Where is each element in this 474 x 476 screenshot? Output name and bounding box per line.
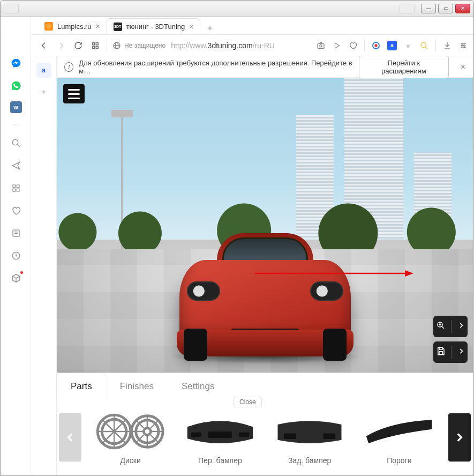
security-label: Не защищено [124, 42, 165, 49]
tab-strip: Lumpics.ru × 3DT тюнинг - 3DTuning × ＋ [1, 17, 473, 35]
window-maximize-button[interactable]: ▭ [438, 4, 453, 13]
carousel-prev-button[interactable] [59, 413, 81, 462]
divider [451, 320, 452, 333]
address-bar: Не защищено http://www.3dtuning.com/ru-R… [1, 35, 473, 56]
bottom-panel: Parts Finishes Settings Close [57, 373, 473, 475]
window-close-button[interactable]: ✕ [455, 4, 470, 13]
viewport-menu-button[interactable] [63, 84, 85, 103]
extension-icon[interactable]: ● [403, 41, 413, 50]
search-icon[interactable] [9, 136, 23, 150]
sidebar-separator: ⋯ [13, 122, 19, 128]
titlebar-ghost [4, 4, 19, 13]
chevron-right-icon[interactable] [457, 347, 465, 357]
tab-close-icon[interactable]: × [96, 22, 100, 31]
speed-dial-icon[interactable] [9, 181, 23, 195]
notice-text: Для обновления расширений требуются допо… [79, 59, 353, 75]
svg-point-28 [464, 44, 465, 46]
extension-notice-bar: i Для обновления расширений требуются до… [57, 56, 473, 78]
svg-rect-2 [13, 185, 16, 188]
extensions-cube-icon[interactable] [9, 271, 23, 285]
svg-rect-4 [13, 189, 16, 191]
translate-icon[interactable]: a [387, 41, 397, 50]
car-wheel [323, 329, 347, 361]
bottom-tabs: Parts Finishes Settings Close [57, 373, 473, 400]
save-control[interactable] [433, 341, 468, 363]
whatsapp-icon[interactable] [9, 79, 23, 93]
svg-line-23 [425, 47, 427, 49]
url-prefix: http://www. [171, 41, 207, 50]
favicon-icon [44, 22, 53, 31]
svg-point-27 [462, 43, 463, 44]
zoom-control[interactable] [433, 316, 468, 337]
part-label: Пер. бампер [198, 456, 242, 465]
svg-point-22 [421, 42, 426, 47]
easy-setup-icon[interactable] [458, 41, 468, 50]
send-icon[interactable] [9, 159, 23, 173]
chevron-right-icon[interactable] [457, 322, 465, 331]
titlebar-ghost [400, 4, 415, 13]
play-icon[interactable] [332, 41, 342, 50]
forward-button[interactable] [55, 40, 67, 51]
go-to-extensions-button[interactable]: Перейти к расширениям [359, 56, 449, 78]
window-minimize-button[interactable]: — [421, 4, 436, 13]
notice-close-icon[interactable]: × [461, 62, 465, 72]
browser-tab-active[interactable]: 3DT тюнинг - 3DTuning × [107, 18, 201, 34]
camera-icon[interactable] [316, 41, 326, 50]
part-thumbnail [93, 410, 168, 453]
part-thumbnail [183, 410, 258, 453]
svg-rect-11 [96, 42, 98, 44]
part-item-front-bumper[interactable]: Пер. бампер [175, 410, 265, 465]
svg-rect-17 [318, 43, 324, 48]
tab-settings[interactable]: Settings [168, 373, 228, 400]
messenger-icon[interactable] [9, 56, 23, 70]
reload-button[interactable] [72, 40, 84, 51]
svg-point-29 [462, 47, 463, 48]
tab-finishes[interactable]: Finishes [106, 373, 168, 400]
url-field[interactable]: http://www.3dtuning.com/ru-RU [171, 41, 311, 50]
svg-rect-13 [96, 46, 98, 48]
svg-rect-37 [439, 352, 442, 354]
workspace-tab-active[interactable]: a [36, 63, 51, 78]
opera-sidebar: w ⋯ [1, 17, 31, 475]
browser-tab[interactable]: Lumpics.ru × [38, 18, 107, 34]
svg-rect-3 [17, 185, 19, 188]
workspace-add-button[interactable]: ＋ [36, 84, 51, 99]
heart-icon[interactable] [348, 41, 358, 50]
vk-icon[interactable]: w [10, 101, 22, 113]
heart-icon[interactable] [9, 204, 23, 218]
zoom-in-icon[interactable] [436, 321, 446, 332]
svg-line-33 [442, 326, 444, 329]
adblock-icon[interactable] [371, 41, 381, 50]
close-panel-button[interactable]: Close [234, 397, 262, 407]
tab-close-icon[interactable]: × [189, 23, 193, 31]
part-item-side-skirts[interactable]: Пороги [355, 410, 444, 465]
news-icon[interactable] [9, 226, 23, 240]
history-icon[interactable] [9, 249, 23, 263]
extension-icon-2[interactable] [419, 41, 429, 50]
car-viewport[interactable] [57, 78, 473, 373]
workspace-tabs: a ＋ [31, 56, 57, 475]
new-tab-button[interactable]: ＋ [204, 21, 216, 34]
svg-rect-55 [208, 432, 232, 438]
download-icon[interactable] [442, 41, 452, 50]
svg-point-46 [144, 428, 151, 435]
tab-title: Lumpics.ru [57, 23, 92, 31]
part-label: Пороги [387, 456, 411, 465]
part-item-rear-bumper[interactable]: Зад. бампер [265, 410, 355, 465]
security-indicator[interactable]: Не защищено [112, 41, 165, 50]
floppy-icon[interactable] [436, 346, 446, 358]
svg-marker-19 [335, 43, 340, 48]
tab-parts[interactable]: Parts [57, 373, 106, 400]
back-button[interactable] [38, 40, 50, 51]
car-headlight [187, 281, 220, 301]
toolbar-icons: a ● [316, 40, 468, 51]
part-item-wheels[interactable]: Диски [86, 410, 175, 465]
svg-point-21 [374, 44, 377, 47]
speed-dial-button[interactable] [89, 40, 101, 51]
divider [451, 346, 452, 359]
notification-dot [20, 271, 24, 274]
url-path: /ru-RU [253, 41, 275, 50]
car-model[interactable] [169, 228, 362, 367]
carousel-next-button[interactable] [448, 413, 471, 462]
info-icon: i [64, 62, 73, 72]
